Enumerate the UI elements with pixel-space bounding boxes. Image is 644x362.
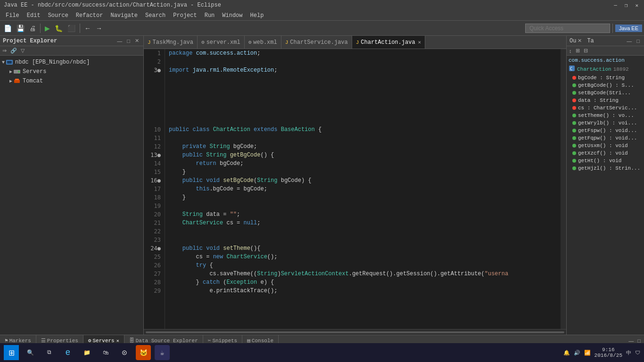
taskbar-edge[interactable]: e bbox=[60, 345, 75, 360]
ln-25: 25 bbox=[144, 253, 165, 261]
outline-collapse-btn[interactable]: ⊟ bbox=[582, 47, 589, 54]
code-line-15: } bbox=[165, 168, 561, 176]
tree-item-tomcat[interactable]: ▶ Tomcat bbox=[0, 76, 143, 86]
ln-9 bbox=[144, 117, 165, 125]
taskbar-task-view[interactable]: ⧉ bbox=[41, 345, 57, 360]
menu-file[interactable]: File bbox=[2, 11, 23, 20]
menu-search[interactable]: Search bbox=[141, 11, 169, 20]
menu-navigate[interactable]: Navigate bbox=[107, 11, 141, 20]
outline-class-chartaction[interactable]: C ChartAction 18892 bbox=[567, 64, 644, 74]
outline-minimize-btn[interactable]: — bbox=[625, 38, 633, 44]
outline-member-data[interactable]: data : String bbox=[567, 97, 644, 104]
taskbar-files[interactable]: 📁 bbox=[79, 345, 94, 360]
tab-webxml[interactable]: ⚙ web.xml bbox=[245, 36, 281, 49]
chartservice-tab-icon: J bbox=[285, 40, 289, 45]
menu-source[interactable]: Source bbox=[44, 11, 72, 20]
taskbar-store[interactable]: 🛍 bbox=[98, 345, 113, 360]
editor-scrollbar-vertical[interactable] bbox=[561, 49, 566, 329]
outline-member-setbgcode[interactable]: setBgCode(Stri... bbox=[567, 89, 644, 97]
taskbar-lang-icon[interactable]: 中 bbox=[626, 349, 631, 356]
outline-member-settheme[interactable]: setTheme() : vo... bbox=[567, 112, 644, 119]
outline-member-getxzcf[interactable]: getXzcf() : void bbox=[567, 149, 644, 157]
taskbar-chrome[interactable]: ⊙ bbox=[117, 345, 132, 360]
code-line-11 bbox=[165, 134, 561, 142]
close-button[interactable]: ✕ bbox=[633, 2, 640, 8]
code-line-22 bbox=[165, 227, 561, 236]
servers-tab-close[interactable]: ✕ bbox=[116, 338, 119, 344]
quick-access-input[interactable] bbox=[525, 24, 610, 33]
code-content[interactable]: package com.success.action; import java.… bbox=[165, 49, 561, 329]
taskbar-app1[interactable]: 🐱 bbox=[136, 345, 151, 360]
taskmng-tab-icon: J bbox=[148, 40, 151, 45]
outline-member-getfqpw[interactable]: getFqpw() : void... bbox=[567, 134, 644, 142]
outline-close-btn[interactable]: ✕ bbox=[576, 37, 583, 44]
panel-minimize-btn[interactable]: — bbox=[116, 37, 124, 44]
minimize-button[interactable]: — bbox=[612, 2, 619, 8]
prev-button[interactable]: ← bbox=[83, 24, 93, 33]
menu-run[interactable]: Run bbox=[201, 11, 219, 20]
tree-item-servers[interactable]: ▶ Servers bbox=[0, 67, 143, 76]
getbgcode-dot bbox=[572, 83, 576, 87]
outline-member-getwrylb[interactable]: getWrylb() : voi... bbox=[567, 119, 644, 127]
new-button[interactable]: 📄 bbox=[2, 24, 14, 33]
outline-member-gethjzl[interactable]: getHjzl() : Strin... bbox=[567, 165, 644, 172]
ln-1: 1 bbox=[144, 49, 165, 58]
taskbar-search[interactable]: 🔍 bbox=[23, 345, 38, 360]
chartaction-tab-icon: J bbox=[356, 40, 359, 45]
tab-taskmng-label: TaskMng.java bbox=[153, 39, 193, 46]
editor-scrollbar-horizontal[interactable] bbox=[144, 329, 566, 335]
next-button[interactable]: → bbox=[94, 24, 104, 33]
debug-button[interactable]: 🐛 bbox=[53, 24, 65, 33]
link-editor-btn[interactable]: 🔗 bbox=[9, 47, 18, 54]
code-line-1: package com.success.action; bbox=[165, 49, 561, 58]
servers-expand-arrow: ▶ bbox=[9, 69, 12, 74]
explorer-toolbar: ⇒ 🔗 ▽ bbox=[0, 46, 143, 56]
tab-taskmng[interactable]: J TaskMng.java bbox=[144, 36, 198, 49]
menu-window[interactable]: Window bbox=[218, 11, 246, 20]
tree-item-nbdc[interactable]: ▼ nbdc [EPB_Ningbo/nbdc] bbox=[0, 58, 143, 67]
outline-filter-btn[interactable]: ⊞ bbox=[574, 47, 581, 54]
outline-member-getfspw[interactable]: getFspw() : void... bbox=[567, 127, 644, 134]
outline-member-getusxm[interactable]: getUsxm() : void bbox=[567, 142, 644, 149]
console-label: Console bbox=[252, 338, 273, 344]
maximize-button[interactable]: ❐ bbox=[623, 2, 630, 8]
outline-member-getbgcode[interactable]: getBgCode() : S... bbox=[567, 82, 644, 89]
taskbar-volume-icon[interactable]: 🔊 bbox=[574, 350, 580, 356]
start-button[interactable]: ⊞ bbox=[4, 345, 19, 360]
taskbar-network-icon[interactable]: 📶 bbox=[584, 350, 591, 356]
menu-project[interactable]: Project bbox=[169, 11, 200, 20]
collapse-all-btn[interactable]: ⇒ bbox=[1, 47, 8, 54]
outline-member-getht[interactable]: getHt() : void bbox=[567, 157, 644, 165]
print-button[interactable]: 🖨 bbox=[27, 24, 38, 33]
outline-member-bgcode[interactable]: bgCode : String bbox=[567, 74, 644, 82]
menu-help[interactable]: Help bbox=[247, 11, 268, 20]
outline-member-cs[interactable]: cs : ChartServic... bbox=[567, 104, 644, 112]
run-button[interactable]: ▶ bbox=[43, 24, 52, 33]
outline-sort-btn[interactable]: ↕ bbox=[568, 47, 573, 54]
taskbar-left: ⊞ 🔍 ⧉ e 📁 🛍 ⊙ 🐱 ☕ bbox=[4, 345, 170, 360]
tab-chartservice[interactable]: J ChartService.java bbox=[281, 36, 352, 49]
getbgcode-label: getBgCode() : S... bbox=[578, 82, 634, 88]
taskbar-eclipse[interactable]: ☕ bbox=[155, 345, 170, 360]
menu-refactor[interactable]: Refactor bbox=[72, 11, 107, 20]
stop-button[interactable]: ⬛ bbox=[66, 24, 77, 33]
setbgcode-label: setBgCode(Stri... bbox=[578, 90, 631, 96]
taskbar-notification-icon[interactable]: 🔔 bbox=[563, 350, 570, 356]
save-button[interactable]: 💾 bbox=[15, 24, 26, 33]
getxzcf-dot bbox=[572, 151, 576, 155]
tab-chartaction[interactable]: J ChartAction.java ✕ bbox=[352, 36, 425, 49]
chartaction-tab-close[interactable]: ✕ bbox=[418, 39, 421, 45]
explorer-menu-btn[interactable]: ▽ bbox=[19, 47, 26, 54]
taskbar-antivirus-icon[interactable]: 🛡 bbox=[635, 350, 640, 356]
panel-maximize-btn[interactable]: □ bbox=[125, 37, 132, 44]
ln-12: 12 bbox=[144, 142, 165, 151]
outline-maximize-btn[interactable]: □ bbox=[635, 38, 641, 44]
menu-edit[interactable]: Edit bbox=[23, 11, 44, 20]
perspective-java-ee[interactable]: Java EE bbox=[615, 25, 642, 32]
ln-28: 28 bbox=[144, 278, 165, 287]
panel-close-btn[interactable]: ✕ bbox=[133, 37, 140, 44]
code-line-6 bbox=[165, 91, 561, 100]
code-line-19 bbox=[165, 202, 561, 210]
tab-serverxml[interactable]: ⚙ server.xml bbox=[198, 36, 245, 49]
main-area: Project Explorer — □ ✕ ⇒ 🔗 ▽ ▼ bbox=[0, 36, 644, 335]
